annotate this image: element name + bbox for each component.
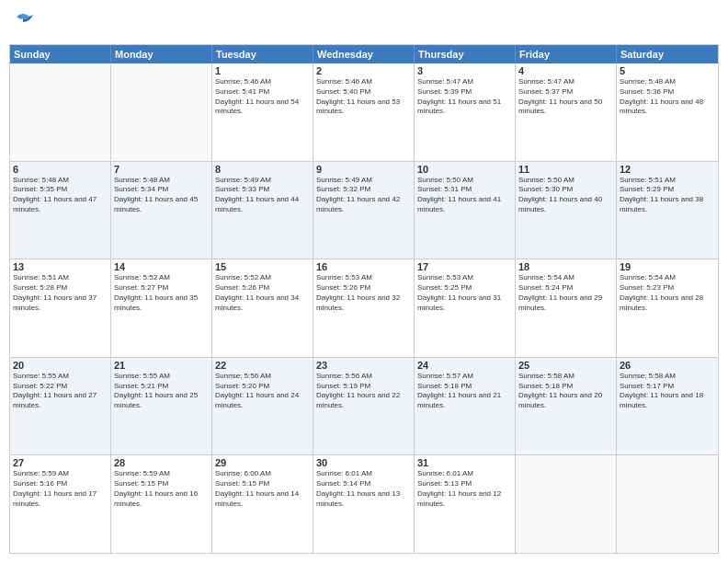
cell-detail: Sunrise: 5:48 AM Sunset: 5:35 PM Dayligh… xyxy=(13,176,108,215)
day-number: 22 xyxy=(215,360,310,371)
calendar-cell: 3Sunrise: 5:47 AM Sunset: 5:39 PM Daylig… xyxy=(415,63,516,161)
cell-detail: Sunrise: 5:52 AM Sunset: 5:27 PM Dayligh… xyxy=(114,273,209,313)
calendar-cell: 20Sunrise: 5:55 AM Sunset: 5:22 PM Dayli… xyxy=(10,358,111,455)
cell-detail: Sunrise: 5:50 AM Sunset: 5:31 PM Dayligh… xyxy=(417,176,512,215)
calendar-cell: 7Sunrise: 5:48 AM Sunset: 5:34 PM Daylig… xyxy=(111,162,212,259)
cal-header-cell: Thursday xyxy=(415,45,516,63)
day-number: 6 xyxy=(13,164,108,175)
calendar-cell xyxy=(617,455,718,553)
day-number: 11 xyxy=(518,164,613,175)
day-number: 9 xyxy=(316,164,411,175)
page: SundayMondayTuesdayWednesdayThursdayFrid… xyxy=(0,0,728,563)
cal-header-cell: Sunday xyxy=(10,45,111,63)
cell-detail: Sunrise: 5:51 AM Sunset: 5:29 PM Dayligh… xyxy=(620,176,715,215)
calendar-cell: 18Sunrise: 5:54 AM Sunset: 5:24 PM Dayli… xyxy=(516,259,617,357)
calendar-cell: 25Sunrise: 5:58 AM Sunset: 5:18 PM Dayli… xyxy=(516,358,617,455)
day-number: 30 xyxy=(316,457,411,468)
cell-detail: Sunrise: 5:59 AM Sunset: 5:15 PM Dayligh… xyxy=(114,469,209,509)
cal-header-cell: Friday xyxy=(516,45,617,63)
day-number: 3 xyxy=(417,65,512,76)
calendar-cell: 31Sunrise: 6:01 AM Sunset: 5:13 PM Dayli… xyxy=(415,455,516,553)
day-number: 10 xyxy=(417,164,512,175)
calendar-cell: 11Sunrise: 5:50 AM Sunset: 5:30 PM Dayli… xyxy=(516,162,617,259)
cal-header-cell: Saturday xyxy=(617,45,718,63)
day-number: 26 xyxy=(620,360,715,371)
cell-detail: Sunrise: 5:51 AM Sunset: 5:28 PM Dayligh… xyxy=(13,273,108,313)
cell-detail: Sunrise: 5:46 AM Sunset: 5:41 PM Dayligh… xyxy=(215,77,310,117)
day-number: 31 xyxy=(417,457,512,468)
cell-detail: Sunrise: 5:57 AM Sunset: 5:18 PM Dayligh… xyxy=(417,372,512,411)
day-number: 19 xyxy=(620,261,715,272)
calendar-cell: 16Sunrise: 5:53 AM Sunset: 5:26 PM Dayli… xyxy=(313,259,415,357)
day-number: 21 xyxy=(114,360,209,371)
cell-detail: Sunrise: 5:59 AM Sunset: 5:16 PM Dayligh… xyxy=(13,469,108,509)
header xyxy=(9,9,719,37)
day-number: 24 xyxy=(417,360,512,371)
calendar-cell: 2Sunrise: 5:46 AM Sunset: 5:40 PM Daylig… xyxy=(313,63,415,161)
day-number: 23 xyxy=(316,360,411,371)
calendar-cell: 27Sunrise: 5:59 AM Sunset: 5:16 PM Dayli… xyxy=(10,455,111,553)
cal-header-cell: Wednesday xyxy=(313,45,415,63)
day-number: 5 xyxy=(620,65,715,76)
day-number: 29 xyxy=(215,457,310,468)
calendar-cell: 6Sunrise: 5:48 AM Sunset: 5:35 PM Daylig… xyxy=(10,162,111,259)
calendar-cell xyxy=(111,63,212,161)
logo xyxy=(9,9,40,37)
day-number: 12 xyxy=(620,164,715,175)
day-number: 18 xyxy=(518,261,613,272)
cell-detail: Sunrise: 5:58 AM Sunset: 5:18 PM Dayligh… xyxy=(518,372,613,411)
cell-detail: Sunrise: 5:47 AM Sunset: 5:37 PM Dayligh… xyxy=(518,77,613,117)
cell-detail: Sunrise: 5:56 AM Sunset: 5:19 PM Dayligh… xyxy=(316,372,411,411)
cell-detail: Sunrise: 5:49 AM Sunset: 5:33 PM Dayligh… xyxy=(215,176,310,215)
calendar-cell: 13Sunrise: 5:51 AM Sunset: 5:28 PM Dayli… xyxy=(10,259,111,357)
calendar-header: SundayMondayTuesdayWednesdayThursdayFrid… xyxy=(10,45,718,63)
calendar-body: 1Sunrise: 5:46 AM Sunset: 5:41 PM Daylig… xyxy=(10,63,718,553)
cell-detail: Sunrise: 5:49 AM Sunset: 5:32 PM Dayligh… xyxy=(316,176,411,215)
calendar-row: 1Sunrise: 5:46 AM Sunset: 5:41 PM Daylig… xyxy=(10,63,718,161)
calendar-row: 6Sunrise: 5:48 AM Sunset: 5:35 PM Daylig… xyxy=(10,161,718,259)
day-number: 27 xyxy=(13,457,108,468)
calendar-cell: 14Sunrise: 5:52 AM Sunset: 5:27 PM Dayli… xyxy=(111,259,212,357)
cell-detail: Sunrise: 6:00 AM Sunset: 5:15 PM Dayligh… xyxy=(215,469,310,509)
cell-detail: Sunrise: 5:58 AM Sunset: 5:17 PM Dayligh… xyxy=(620,372,715,411)
cell-detail: Sunrise: 5:47 AM Sunset: 5:39 PM Dayligh… xyxy=(417,77,512,117)
calendar-cell: 22Sunrise: 5:56 AM Sunset: 5:20 PM Dayli… xyxy=(212,358,313,455)
day-number: 20 xyxy=(13,360,108,371)
day-number: 4 xyxy=(518,65,613,76)
calendar-cell: 15Sunrise: 5:52 AM Sunset: 5:26 PM Dayli… xyxy=(212,259,313,357)
cell-detail: Sunrise: 5:54 AM Sunset: 5:24 PM Dayligh… xyxy=(518,273,613,313)
day-number: 16 xyxy=(316,261,411,272)
cell-detail: Sunrise: 6:01 AM Sunset: 5:13 PM Dayligh… xyxy=(417,469,512,509)
calendar-cell: 26Sunrise: 5:58 AM Sunset: 5:17 PM Dayli… xyxy=(617,358,718,455)
day-number: 8 xyxy=(215,164,310,175)
day-number: 17 xyxy=(417,261,512,272)
calendar-row: 20Sunrise: 5:55 AM Sunset: 5:22 PM Dayli… xyxy=(10,357,718,455)
cal-header-cell: Tuesday xyxy=(212,45,313,63)
day-number: 25 xyxy=(518,360,613,371)
cell-detail: Sunrise: 5:52 AM Sunset: 5:26 PM Dayligh… xyxy=(215,273,310,313)
cell-detail: Sunrise: 5:55 AM Sunset: 5:22 PM Dayligh… xyxy=(13,372,108,411)
calendar-cell: 23Sunrise: 5:56 AM Sunset: 5:19 PM Dayli… xyxy=(313,358,415,455)
calendar-cell: 12Sunrise: 5:51 AM Sunset: 5:29 PM Dayli… xyxy=(617,162,718,259)
calendar-cell: 4Sunrise: 5:47 AM Sunset: 5:37 PM Daylig… xyxy=(516,63,617,161)
calendar-cell: 28Sunrise: 5:59 AM Sunset: 5:15 PM Dayli… xyxy=(111,455,212,553)
cell-detail: Sunrise: 5:50 AM Sunset: 5:30 PM Dayligh… xyxy=(518,176,613,215)
cell-detail: Sunrise: 5:55 AM Sunset: 5:21 PM Dayligh… xyxy=(114,372,209,411)
calendar-cell: 19Sunrise: 5:54 AM Sunset: 5:23 PM Dayli… xyxy=(617,259,718,357)
day-number: 13 xyxy=(13,261,108,272)
calendar: SundayMondayTuesdayWednesdayThursdayFrid… xyxy=(9,44,719,554)
cell-detail: Sunrise: 5:53 AM Sunset: 5:26 PM Dayligh… xyxy=(316,273,411,313)
cell-detail: Sunrise: 5:53 AM Sunset: 5:25 PM Dayligh… xyxy=(417,273,512,313)
cal-header-cell: Monday xyxy=(111,45,212,63)
day-number: 14 xyxy=(114,261,209,272)
day-number: 28 xyxy=(114,457,209,468)
calendar-cell xyxy=(516,455,617,553)
cell-detail: Sunrise: 5:46 AM Sunset: 5:40 PM Dayligh… xyxy=(316,77,411,117)
calendar-cell: 30Sunrise: 6:01 AM Sunset: 5:14 PM Dayli… xyxy=(313,455,415,553)
day-number: 1 xyxy=(215,65,310,76)
calendar-cell: 8Sunrise: 5:49 AM Sunset: 5:33 PM Daylig… xyxy=(212,162,313,259)
calendar-cell: 1Sunrise: 5:46 AM Sunset: 5:41 PM Daylig… xyxy=(212,63,313,161)
cell-detail: Sunrise: 5:56 AM Sunset: 5:20 PM Dayligh… xyxy=(215,372,310,411)
calendar-cell: 9Sunrise: 5:49 AM Sunset: 5:32 PM Daylig… xyxy=(313,162,415,259)
cell-detail: Sunrise: 5:48 AM Sunset: 5:34 PM Dayligh… xyxy=(114,176,209,215)
